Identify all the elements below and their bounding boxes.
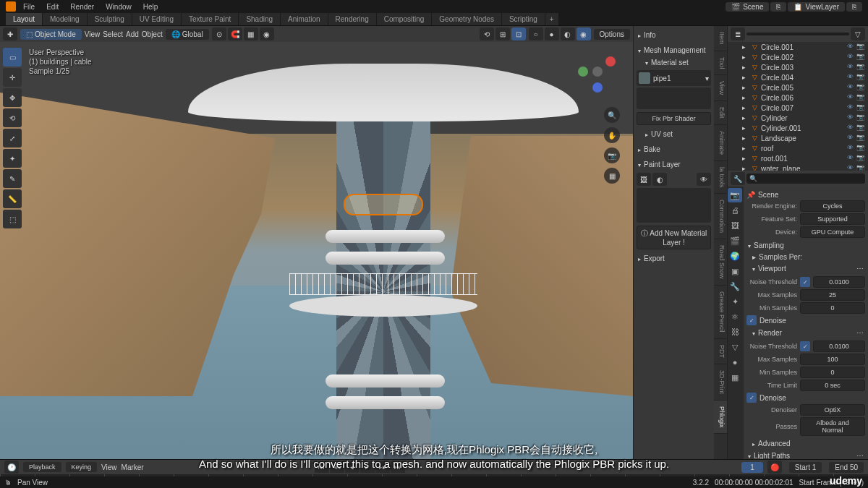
- disclosure-icon[interactable]: ▸: [739, 164, 748, 171]
- outliner-item[interactable]: ▸▽Circle.002👁📷: [728, 52, 868, 62]
- play-reverse-icon[interactable]: ◂: [345, 461, 359, 473]
- eye-icon[interactable]: 👁: [847, 43, 856, 51]
- ntab-view[interactable]: View: [714, 75, 727, 101]
- denoise-check[interactable]: ✓: [746, 315, 757, 325]
- disclosure-icon[interactable]: ▸: [739, 134, 748, 142]
- scale-tool[interactable]: ⤢: [3, 129, 22, 147]
- snap-icon[interactable]: 🧲: [228, 27, 242, 40]
- ptab-constraints[interactable]: ⛓: [728, 325, 742, 339]
- outliner-item[interactable]: ▸▽Circle.006👁📷: [728, 93, 868, 103]
- eye-icon[interactable]: 👁: [847, 83, 856, 92]
- jump-start-icon[interactable]: ⏮: [315, 461, 329, 473]
- chevron-down-icon[interactable]: ▾: [705, 74, 709, 82]
- overlay-toggle-icon[interactable]: ⊞: [495, 27, 510, 40]
- disclosure-icon[interactable]: ▸: [739, 93, 748, 102]
- ntab-edit[interactable]: Edit: [714, 101, 727, 125]
- outliner-item[interactable]: ▸▽Circle.005👁📷: [728, 82, 868, 93]
- tab-uv-editing[interactable]: UV Editing: [132, 13, 182, 25]
- tab-animation[interactable]: Animation: [281, 13, 328, 25]
- timeline-type-icon[interactable]: 🕐: [4, 461, 19, 474]
- render-icon[interactable]: 📷: [856, 124, 865, 132]
- section-light-paths[interactable]: Light Paths⋯: [746, 450, 865, 459]
- ptab-scene[interactable]: 🎬: [728, 234, 742, 248]
- measure-tool[interactable]: 📏: [3, 189, 22, 208]
- tab-rendering[interactable]: Rendering: [328, 13, 377, 25]
- eye-icon[interactable]: 👁: [847, 164, 856, 171]
- ntab-pdt[interactable]: PDT: [714, 339, 727, 364]
- tl-keying-menu[interactable]: Keying: [66, 462, 98, 472]
- annotate-tool[interactable]: ✎: [3, 169, 22, 188]
- outliner-item[interactable]: ▸▽Circle.004👁📷: [728, 72, 868, 82]
- wireframe-shading-icon[interactable]: ○: [529, 27, 543, 40]
- section-bake[interactable]: Bake: [637, 143, 711, 155]
- render-icon[interactable]: 📷: [856, 53, 865, 61]
- move-tool[interactable]: ✥: [3, 88, 22, 107]
- menu-edit[interactable]: Edit: [42, 1, 63, 12]
- tab-texture-paint[interactable]: Texture Paint: [182, 13, 239, 25]
- time-limit-field[interactable]: 0 sec: [800, 380, 865, 391]
- r-denoise-check[interactable]: ✓: [746, 393, 757, 403]
- autokey-icon[interactable]: 🔴: [767, 461, 782, 474]
- ntab-3dprint[interactable]: 3D-Print: [714, 364, 727, 401]
- render-icon[interactable]: 📷: [856, 164, 865, 171]
- tab-scripting[interactable]: Scripting: [502, 13, 545, 25]
- disclosure-icon[interactable]: ▸: [739, 43, 748, 51]
- render-icon[interactable]: 📷: [856, 83, 865, 92]
- section-render-sampling[interactable]: Render⋯: [746, 327, 865, 339]
- props-search[interactable]: 🔍: [746, 174, 865, 184]
- r-min-field[interactable]: 0: [800, 367, 865, 378]
- menu-file[interactable]: File: [19, 1, 39, 12]
- render-icon[interactable]: 📷: [856, 63, 865, 72]
- ntab-animate[interactable]: Animate: [714, 125, 727, 161]
- xray-icon[interactable]: ⊡: [511, 27, 526, 40]
- perspective-toggle-icon[interactable]: ▦: [604, 168, 620, 184]
- ptab-modifiers[interactable]: 🔧: [728, 279, 742, 294]
- r-noise-field[interactable]: 0.0100: [813, 341, 865, 352]
- section-viewport-sampling[interactable]: Viewport⋯: [746, 262, 865, 275]
- max-samples-field[interactable]: 25: [800, 289, 865, 301]
- gizmo-center[interactable]: [592, 67, 603, 77]
- outliner-item[interactable]: ▸▽water_plane👁📷: [728, 163, 868, 171]
- eye-icon[interactable]: 👁: [847, 73, 856, 82]
- tab-shading[interactable]: Shading: [239, 13, 281, 25]
- render-icon[interactable]: 📷: [856, 154, 865, 163]
- viewlayer-selector[interactable]: 📋ViewLayer: [788, 2, 845, 12]
- ntab-phlogix[interactable]: Phlogix: [714, 401, 727, 435]
- 3d-viewport[interactable]: User Perspective (1) buildings | cable S…: [0, 42, 633, 459]
- tl-marker-menu[interactable]: Marker: [122, 463, 144, 471]
- gizmo-x-axis[interactable]: [605, 56, 616, 67]
- options-icon-2[interactable]: ⋯: [856, 329, 864, 337]
- layer-img-icon[interactable]: 🖼: [637, 173, 651, 186]
- outliner-item[interactable]: ▸▽Cylinder.001👁📷: [728, 123, 868, 133]
- outliner-search[interactable]: [746, 33, 849, 35]
- blender-logo-icon[interactable]: [6, 1, 16, 12]
- render-engine-field[interactable]: Cycles: [800, 200, 865, 212]
- zoom-icon[interactable]: 🔍: [604, 107, 620, 123]
- ptab-material[interactable]: ●: [728, 355, 742, 369]
- eye-icon[interactable]: 👁: [847, 63, 856, 72]
- render-icon[interactable]: 📷: [856, 144, 865, 153]
- tab-compositing[interactable]: Compositing: [377, 13, 433, 25]
- menu-window[interactable]: Window: [101, 1, 136, 12]
- ptab-texture[interactable]: ▦: [728, 370, 742, 385]
- outliner-item[interactable]: ▸▽Circle.001👁📷: [728, 42, 868, 52]
- tab-geometry-nodes[interactable]: Geometry Nodes: [432, 13, 502, 25]
- new-scene-button[interactable]: ⎘: [770, 2, 786, 12]
- menu-render[interactable]: Render: [66, 1, 98, 12]
- disclosure-icon[interactable]: ▸: [739, 103, 748, 112]
- transform-tool[interactable]: ✦: [3, 149, 22, 168]
- add-material-layer-button[interactable]: ⓘ Add New Material Layer !: [637, 226, 711, 249]
- outliner-item[interactable]: ▸▽Cylinder👁📷: [728, 113, 868, 123]
- section-uv-set[interactable]: UV set: [637, 128, 711, 140]
- material-slot[interactable]: pipe1 ▾: [637, 70, 711, 86]
- r-max-field[interactable]: 100: [800, 354, 865, 365]
- section-sampling[interactable]: Sampling: [746, 239, 865, 252]
- eye-icon[interactable]: 👁: [847, 144, 856, 153]
- disclosure-icon[interactable]: ▸: [739, 114, 748, 122]
- disclosure-icon[interactable]: ▸: [739, 83, 748, 92]
- disclosure-icon[interactable]: ▸: [739, 53, 748, 61]
- rendered-shading-icon[interactable]: ◉: [576, 27, 591, 40]
- prev-key-icon[interactable]: ◂◂: [330, 461, 344, 473]
- disclosure-icon[interactable]: ▸: [739, 144, 748, 153]
- outliner-item[interactable]: ▸▽Circle.003👁📷: [728, 62, 868, 72]
